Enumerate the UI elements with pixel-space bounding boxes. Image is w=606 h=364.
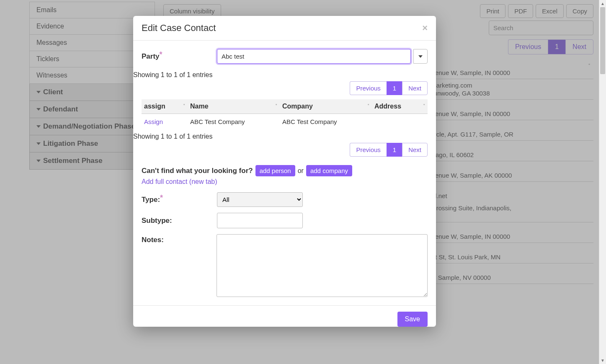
assign-link[interactable]: Assign [144, 118, 163, 125]
edit-case-contact-modal: Edit Case Contact × Party* Showing 1 to … [133, 16, 436, 327]
vertical-scrollbar[interactable]: ▲ ▼ [599, 0, 606, 364]
subtype-input[interactable] [217, 213, 303, 228]
add-person-button[interactable]: add person [255, 165, 295, 176]
modal-page-1-button-bottom[interactable]: 1 [387, 143, 402, 157]
party-input[interactable] [217, 49, 411, 64]
type-select[interactable]: All [217, 192, 303, 207]
pin-icon: ▪ [423, 102, 425, 107]
cell-name: ABC Test Company [188, 114, 280, 130]
pin-icon: ▪ [183, 102, 185, 107]
add-full-contact-link[interactable]: Add full contact (new tab) [142, 178, 217, 185]
showing-entries-top: Showing 1 to 1 of 1 entries [133, 68, 436, 81]
save-button[interactable]: Save [397, 312, 428, 327]
modal-next-button-bottom[interactable]: Next [402, 143, 428, 157]
scroll-up-icon[interactable]: ▲ [599, 0, 606, 7]
col-address[interactable]: Address▪ [372, 99, 428, 114]
modal-previous-button-bottom[interactable]: Previous [350, 143, 386, 157]
caret-down-icon [418, 55, 423, 58]
add-company-button[interactable]: add company [306, 165, 352, 176]
pin-icon: ▪ [368, 102, 369, 107]
col-name[interactable]: Name▪ [188, 99, 280, 114]
notes-label: Notes: [142, 234, 217, 244]
modal-title: Edit Case Contact [142, 23, 216, 34]
party-dropdown-toggle[interactable] [413, 49, 428, 64]
party-results-table: assign▪ Name▪ Company▪ Address▪ Assign A… [142, 99, 428, 129]
or-text: or [298, 167, 304, 175]
col-assign[interactable]: assign▪ [142, 99, 188, 114]
modal-page-1-button-top[interactable]: 1 [387, 81, 402, 95]
close-icon[interactable]: × [422, 23, 428, 34]
notes-textarea[interactable] [217, 234, 428, 297]
modal-next-button-top[interactable]: Next [402, 81, 428, 95]
scroll-down-icon[interactable]: ▼ [599, 357, 606, 364]
subtype-label: Subtype: [142, 217, 217, 225]
cell-company: ABC Test Company [280, 114, 372, 130]
scrollbar-thumb[interactable] [600, 7, 605, 74]
cant-find-label: Can't find what your looking for? [142, 167, 253, 175]
pin-icon: ▪ [276, 102, 277, 107]
showing-entries-bottom: Showing 1 to 1 of 1 entries [133, 129, 436, 143]
cell-address [372, 114, 428, 130]
type-label: Type:* [142, 195, 217, 204]
table-row[interactable]: Assign ABC Test Company ABC Test Company [142, 114, 428, 130]
col-company[interactable]: Company▪ [280, 99, 372, 114]
modal-previous-button-top[interactable]: Previous [350, 81, 386, 95]
party-label: Party* [142, 52, 217, 61]
